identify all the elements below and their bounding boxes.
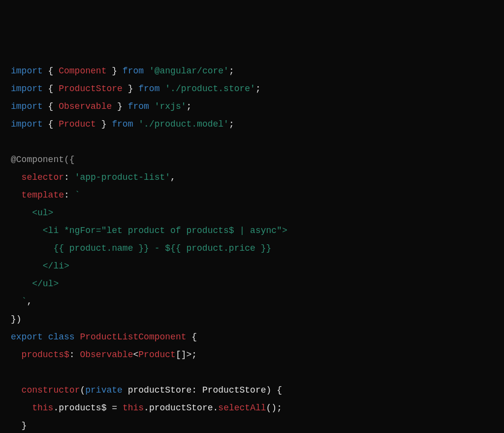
code-line: import { Observable } from 'rxjs';	[11, 98, 493, 115]
code-line: <ul>	[11, 204, 493, 222]
code-token: {	[43, 66, 59, 76]
code-token: Component	[59, 66, 106, 76]
code-token: </li>	[11, 261, 69, 271]
code-token: {	[43, 84, 59, 94]
code-line: `,	[11, 293, 493, 310]
code-token: constructor	[22, 385, 80, 395]
code-line: products$: Observable<Product[]>;	[11, 346, 493, 364]
code-token: `	[75, 190, 80, 200]
code-token	[133, 119, 138, 129]
code-token: this	[123, 403, 144, 413]
code-token: {{ product.name }} - ${{ product.price }…	[11, 243, 271, 253]
code-token: <ul>	[11, 208, 53, 218]
code-token: from	[128, 101, 149, 111]
code-line: import { Component } from '@angular/core…	[11, 62, 493, 80]
code-token: .products$ =	[53, 403, 122, 413]
code-token: '@angular/core'	[149, 66, 229, 76]
code-line: export class ProductListComponent {	[11, 328, 493, 346]
code-token: :	[69, 350, 80, 360]
code-token: import	[11, 101, 43, 111]
code-token: []>;	[176, 350, 197, 360]
code-token: from	[138, 84, 159, 94]
code-token: ProductListComponent	[80, 332, 186, 342]
code-token	[11, 172, 22, 182]
code-token: productStore: ProductStore) {	[123, 385, 282, 395]
code-token: <	[133, 350, 138, 360]
code-token: './product.model'	[138, 119, 229, 129]
code-token: ProductStore	[59, 84, 123, 94]
code-token	[11, 350, 22, 360]
code-token: from	[123, 66, 144, 76]
code-line: </li>	[11, 257, 493, 275]
code-token: import	[11, 66, 43, 76]
code-token: selectAll	[218, 403, 266, 413]
code-token: 'app-product-list'	[75, 172, 170, 182]
code-token: `	[11, 297, 27, 306]
code-token: './product.store'	[165, 84, 255, 94]
code-token: Product	[138, 350, 176, 360]
code-line: @Component({	[11, 151, 493, 168]
code-token: selector	[22, 172, 64, 182]
code-line: this.products$ = this.productStore.selec…	[11, 399, 493, 417]
code-token	[11, 403, 32, 413]
code-token: @Component	[11, 155, 64, 165]
code-line: import { ProductStore } from './product.…	[11, 80, 493, 98]
code-token: ;	[255, 84, 261, 94]
code-token: this	[32, 403, 53, 413]
code-line: constructor(private productStore: Produc…	[11, 381, 493, 399]
code-token: ,	[27, 297, 32, 306]
code-token: :	[64, 190, 75, 200]
code-token: </ul>	[11, 279, 59, 289]
code-token: Product	[59, 119, 96, 129]
code-token: })	[11, 314, 22, 324]
code-line: })	[11, 310, 493, 328]
code-token: }	[106, 66, 122, 76]
code-token: import	[11, 84, 43, 94]
code-line: selector: 'app-product-list',	[11, 168, 493, 186]
code-line: </ul>	[11, 275, 493, 293]
code-line: template: `	[11, 186, 493, 204]
code-token: }	[96, 119, 112, 129]
code-token: ;	[229, 119, 234, 129]
code-token	[149, 101, 155, 111]
code-token: export	[11, 332, 43, 342]
code-line: {{ product.name }} - ${{ product.price }…	[11, 239, 493, 257]
code-token: ({	[64, 155, 75, 165]
code-token: {	[43, 101, 59, 111]
code-line: }	[11, 417, 493, 433]
code-token: }	[11, 421, 27, 431]
code-token: .productStore.	[144, 403, 218, 413]
code-token: ();	[266, 403, 282, 413]
code-token: ;	[187, 101, 192, 111]
code-token: class	[48, 332, 75, 342]
code-token: from	[112, 119, 133, 129]
code-line	[11, 133, 493, 151]
code-token	[144, 66, 149, 76]
code-token: :	[64, 172, 75, 182]
code-token: template	[22, 190, 64, 200]
code-line: import { Product } from './product.model…	[11, 115, 493, 133]
code-token	[11, 190, 22, 200]
code-line	[11, 364, 493, 381]
code-line: <li *ngFor="let product of products$ | a…	[11, 222, 493, 239]
code-token: private	[85, 385, 123, 395]
code-token: 'rxjs'	[155, 101, 187, 111]
code-token: }	[112, 101, 127, 111]
code-token: Observable	[59, 101, 112, 111]
code-token: products$	[22, 350, 69, 360]
code-token	[75, 332, 80, 342]
code-block: import { Component } from '@angular/core…	[11, 62, 493, 433]
code-token	[11, 385, 22, 395]
code-token: Observable	[80, 350, 133, 360]
code-token: (	[80, 385, 85, 395]
code-token	[43, 332, 48, 342]
code-token: <li *ngFor="let product of products$ | a…	[11, 226, 287, 235]
code-token: ,	[170, 172, 176, 182]
code-token: }	[123, 84, 138, 94]
code-token	[159, 84, 165, 94]
code-token: {	[43, 119, 59, 129]
code-token: {	[187, 332, 197, 342]
code-token: ;	[229, 66, 234, 76]
code-token: import	[11, 119, 43, 129]
